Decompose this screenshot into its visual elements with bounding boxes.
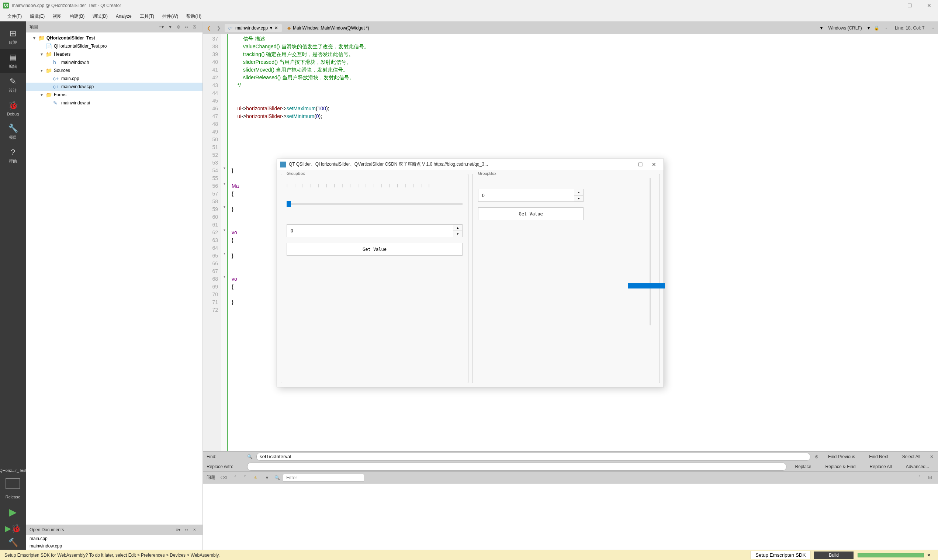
lock-icon[interactable]: 🔒	[872, 24, 881, 32]
project-selector-icon[interactable]: ≡▾	[157, 24, 166, 30]
slider-handle[interactable]	[628, 283, 665, 288]
tree-project-root[interactable]: ▾📁QHorizontalSlider_Test	[26, 34, 203, 42]
fold-gutter[interactable]: ▾▾▾▾▾▾	[221, 34, 228, 451]
menu-tools[interactable]: 工具(T)	[136, 12, 158, 21]
menu-widgets[interactable]: 控件(W)	[158, 12, 182, 21]
nav-back-icon[interactable]: ❮	[205, 24, 213, 32]
find-previous-button[interactable]: Find Previous	[823, 453, 860, 460]
replace-button[interactable]: Replace	[790, 463, 817, 470]
mode-debug[interactable]: 🐞Debug	[0, 97, 26, 120]
spin-up-icon[interactable]: ▲	[453, 225, 462, 231]
dialog-maximize-button[interactable]: ☐	[634, 161, 647, 168]
dialog-minimize-button[interactable]: —	[620, 161, 634, 168]
replace-all-button[interactable]: Replace All	[864, 463, 897, 470]
tree-source-file[interactable]: c+main.cpp	[26, 74, 203, 83]
selector-icon[interactable]: ≡▾	[173, 526, 183, 533]
running-app-window: QT QSlider、QHorizontalSlider、QVerticalSl…	[277, 158, 664, 387]
issues-output[interactable]	[203, 483, 938, 550]
dropdown-icon[interactable]: ▾	[270, 25, 272, 31]
cpp-file-icon: c+	[228, 25, 233, 31]
nav-forward-icon[interactable]: ❯	[215, 24, 223, 32]
minimize-button[interactable]: —	[884, 2, 896, 9]
spinbox-input[interactable]	[287, 225, 453, 237]
close-panel-icon[interactable]: ☒	[190, 526, 199, 533]
menu-debug[interactable]: 调试(D)	[89, 12, 111, 21]
close-infobar-icon[interactable]: ✕	[924, 552, 933, 558]
run-button[interactable]: ▶	[6, 503, 20, 522]
build-config[interactable]: Release	[4, 491, 22, 503]
menu-build[interactable]: 构建(B)	[66, 12, 88, 21]
dialog-close-button[interactable]: ✕	[647, 161, 661, 168]
tree-source-file-active[interactable]: c+mainwindow.cpp	[26, 83, 203, 91]
up-icon[interactable]: ˄	[232, 474, 238, 482]
spin-down-icon[interactable]: ▼	[453, 231, 462, 237]
build-button[interactable]: 🔨	[6, 535, 20, 550]
tree-headers-folder[interactable]: ▾📁Headers	[26, 50, 203, 58]
menu-edit[interactable]: 编辑(E)	[26, 12, 48, 21]
menu-analyze[interactable]: Analyze	[112, 12, 135, 20]
advanced-button[interactable]: Advanced...	[901, 463, 934, 470]
close-icon[interactable]: ☒	[926, 474, 934, 482]
folder-icon: 📁	[46, 92, 52, 98]
mode-projects[interactable]: 🔧项目	[0, 120, 26, 144]
mode-welcome[interactable]: ⊞欢迎	[0, 25, 26, 49]
close-tab-icon[interactable]: ✕	[274, 25, 278, 31]
setup-sdk-button[interactable]: Setup Emscripten SDK	[750, 551, 810, 559]
down-icon[interactable]: ˅	[241, 474, 248, 482]
clear-icon[interactable]: ⌫	[218, 474, 229, 482]
split-editor-icon[interactable]: ▫	[930, 24, 936, 32]
get-value-button[interactable]: Get Value	[478, 207, 584, 220]
vertical-slider[interactable]	[647, 178, 654, 325]
close-button[interactable]: ✕	[923, 2, 935, 9]
dialog-titlebar[interactable]: QT QSlider、QHorizontalSlider、QVerticalSl…	[277, 159, 664, 170]
cursor-position[interactable]: Line: 18, Col: 7	[891, 25, 929, 31]
maximize-button[interactable]: ☐	[904, 2, 916, 9]
debug-run-button[interactable]: ▶🐞	[3, 522, 23, 535]
link-icon[interactable]: ⊘	[174, 24, 183, 30]
spin-down-icon[interactable]: ▼	[574, 195, 583, 202]
warning-icon[interactable]: ⚠	[251, 474, 260, 482]
filter-icon[interactable]: ▼	[166, 24, 175, 30]
spinbox-input[interactable]	[478, 189, 574, 202]
clear-icon[interactable]: ⊗	[814, 453, 819, 460]
line-ending[interactable]: Windows (CRLF)	[824, 25, 865, 31]
open-doc-item[interactable]: main.cpp	[26, 535, 203, 542]
get-value-button[interactable]: Get Value	[287, 243, 463, 255]
tree-sources-folder[interactable]: ▾📁Sources	[26, 66, 203, 74]
dropdown-icon[interactable]: ▾	[867, 25, 870, 31]
replace-find-button[interactable]: Replace & Find	[820, 463, 861, 470]
open-doc-item[interactable]: mainwindow.cpp	[26, 542, 203, 550]
wrench-icon: 🔧	[0, 123, 26, 133]
mode-edit[interactable]: ▤编辑	[0, 49, 26, 73]
select-all-button[interactable]: Select All	[897, 453, 926, 460]
replace-input[interactable]	[247, 463, 786, 471]
horizontal-slider[interactable]	[287, 200, 463, 208]
menu-view[interactable]: 视图	[49, 12, 65, 21]
mode-design[interactable]: ✎设计	[0, 73, 26, 97]
sidebar-icon[interactable]: ▫	[883, 24, 889, 32]
mode-help[interactable]: ?帮助	[0, 144, 26, 168]
menu-file[interactable]: 文件(F)	[4, 12, 25, 21]
kit-name[interactable]: QHoriz...r_Test	[0, 465, 28, 476]
file-tab[interactable]: c+ mainwindow.cpp ▾ ✕	[225, 24, 282, 32]
tree-header-file[interactable]: hmainwindow.h	[26, 58, 203, 66]
close-panel-icon[interactable]: ☒	[190, 24, 199, 30]
tree-forms-folder[interactable]: ▾📁Forms	[26, 91, 203, 99]
menu-help[interactable]: 帮助(H)	[183, 12, 205, 21]
dropdown-icon[interactable]: ▾	[820, 25, 823, 31]
filter-icon[interactable]: ▼	[263, 474, 272, 482]
split-icon[interactable]: ▫▫	[183, 526, 190, 533]
spin-up-icon[interactable]: ▲	[574, 189, 583, 195]
collapse-icon[interactable]: ˄	[916, 474, 923, 482]
cpp-file-icon: c+	[53, 84, 60, 90]
find-input[interactable]	[256, 453, 810, 461]
split-icon[interactable]: ▫▫	[183, 24, 190, 30]
tree-ui-file[interactable]: ✎mainwindow.ui	[26, 99, 203, 107]
monitor-icon[interactable]	[6, 478, 20, 489]
menu-bar: 文件(F) 编辑(E) 视图 构建(B) 调试(D) Analyze 工具(T)…	[0, 11, 938, 22]
filter-input[interactable]	[283, 474, 364, 482]
tree-pro-file[interactable]: 📄QHorizontalSlider_Test.pro	[26, 42, 203, 50]
find-next-button[interactable]: Find Next	[864, 453, 893, 460]
close-findbar-icon[interactable]: ✕	[929, 453, 934, 460]
symbol-selector[interactable]: ◆ MainWindow::MainWindow(QWidget *)	[284, 24, 641, 32]
